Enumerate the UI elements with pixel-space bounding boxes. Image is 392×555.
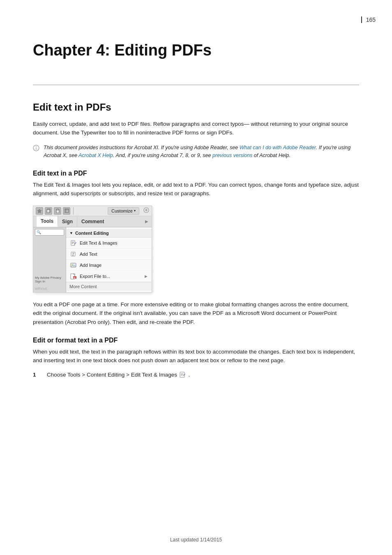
subsection-edit-format-body: When you edit text, the text in the para… — [33, 347, 359, 365]
page-container: 165 Chapter 4: Editing PDFs Edit text in… — [0, 0, 392, 555]
dropdown-arrow-icon: ▾ — [134, 209, 136, 213]
watermark-text: without — [35, 287, 64, 291]
step-list: 1 Choose Tools > Content Editing > Edit … — [33, 371, 359, 379]
tab-comment[interactable]: Comment — [77, 217, 108, 227]
section-intro-text: Easily correct, update, and add text to … — [33, 120, 359, 137]
link-acrobat-x-help[interactable]: Acrobat X Help — [78, 153, 113, 158]
step-number-1: 1 — [33, 371, 40, 379]
collapse-triangle-icon: ▼ — [69, 231, 73, 235]
toolbar-divider — [73, 207, 74, 215]
content-editing-header[interactable]: ▼ Content Editing — [66, 229, 152, 238]
adobe-links-text: My Adobe Privacy Sign In — [35, 276, 64, 283]
content-editing-label: Content Editing — [75, 231, 109, 236]
ui-left-panel: 🔍 My Adobe Privacy Sign In without ▼ Con… — [33, 227, 152, 292]
ui-search-box[interactable]: 🔍 — [35, 229, 64, 236]
ui-main-panel: ▼ Content Editing — [66, 227, 152, 292]
page-footer: Last updated 1/14/2015 — [0, 537, 392, 543]
chapter-title: Chapter 4: Editing PDFs — [33, 41, 359, 60]
edit-text-images-label: Edit Text & Images — [80, 240, 118, 245]
svg-rect-15 — [72, 242, 74, 242]
copy-icon[interactable] — [45, 207, 52, 215]
edit-text-images-icon — [70, 240, 77, 246]
customize-button[interactable]: Customize ▾ — [108, 207, 139, 215]
add-image-icon — [70, 262, 77, 268]
menu-item-add-text[interactable]: T Add Text — [66, 249, 152, 260]
note-text: This document provides instructions for … — [44, 144, 359, 160]
svg-rect-16 — [72, 243, 74, 243]
export-file-label: Export File to... — [80, 274, 110, 279]
step-1-text: Choose Tools > Content Editing > Edit Te… — [47, 371, 190, 379]
tab-sign[interactable]: Sign — [58, 217, 77, 227]
svg-text:W: W — [74, 277, 76, 279]
subsection-title-edit-in-pdf: Edit text in a PDF — [33, 170, 359, 177]
ui-sidebar: 🔍 My Adobe Privacy Sign In without — [33, 227, 66, 292]
ui-screenshot: Customize ▾ Tools Sign Comment ▶ 🔍 My Ad… — [33, 206, 152, 293]
add-text-label: Add Text — [80, 252, 97, 257]
menu-item-edit-text-images[interactable]: Edit Text & Images — [66, 238, 152, 249]
note-box: This document provides instructions for … — [33, 144, 359, 160]
svg-marker-3 — [37, 209, 42, 213]
link-previous-versions[interactable]: previous versions — [212, 153, 252, 158]
section-title-edit-text: Edit text in PDFs — [33, 102, 359, 113]
menu-item-export-file[interactable]: W Export File to... ▶ — [66, 271, 152, 282]
subsection-title-edit-format: Edit or format text in a PDF — [33, 337, 359, 344]
link-adobe-reader[interactable]: What can I do with Adobe Reader — [240, 145, 316, 150]
star-icon[interactable] — [36, 207, 43, 215]
export-file-icon: W — [70, 273, 77, 280]
crop-icon[interactable] — [63, 207, 70, 215]
svg-rect-17 — [72, 243, 73, 244]
page-number: 165 — [361, 16, 376, 23]
search-magnifier-icon: 🔍 — [37, 230, 41, 234]
footer-text: Last updated 1/14/2015 — [170, 537, 222, 543]
subsection-edit-pdf-body: The Edit Text & Images tool lets you rep… — [33, 180, 359, 198]
tab-tools[interactable]: Tools — [37, 216, 58, 227]
add-text-icon: T — [70, 251, 77, 257]
more-content-label[interactable]: More Content — [66, 282, 152, 291]
paste-icon[interactable] — [54, 207, 61, 215]
export-arrow-icon: ▶ — [145, 274, 148, 278]
svg-rect-7 — [57, 209, 58, 210]
following-paragraph: You edit a PDF one page at a time. For m… — [33, 300, 359, 327]
svg-rect-5 — [47, 210, 50, 213]
svg-point-1 — [36, 146, 37, 147]
customize-label: Customize — [111, 208, 133, 213]
note-icon — [33, 145, 39, 153]
svg-rect-8 — [65, 209, 69, 213]
wrench-icon[interactable] — [143, 207, 149, 214]
ui-toolbar-row: Customize ▾ — [33, 206, 152, 216]
scroll-right-icon[interactable]: ▶ — [145, 219, 148, 224]
ui-tabs-row: Tools Sign Comment ▶ — [33, 216, 152, 227]
menu-item-add-image[interactable]: Add Image — [66, 260, 152, 271]
step-1: 1 Choose Tools > Content Editing > Edit … — [33, 371, 359, 379]
add-image-label: Add Image — [80, 263, 101, 268]
